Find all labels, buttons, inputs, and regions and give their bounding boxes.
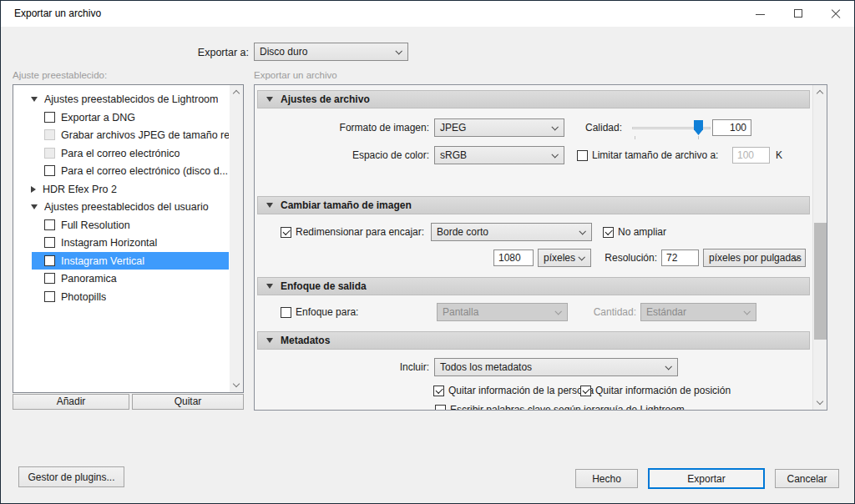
remove-preset-button[interactable]: Quitar <box>132 394 244 410</box>
write-keywords-checkbox[interactable] <box>435 405 446 411</box>
maximize-button[interactable] <box>779 1 817 27</box>
checkbox[interactable] <box>44 237 55 248</box>
sharpen-amount-label: Cantidad: <box>587 303 636 321</box>
preset-list-caption: Ajuste preestablecido: <box>13 70 107 80</box>
include-dropdown[interactable]: Todos los metadatos <box>434 358 678 376</box>
quality-input[interactable]: 100 <box>712 119 751 136</box>
preset-group-hdr-efex[interactable]: HDR Efex Pro 2 <box>13 180 229 198</box>
preset-item-burn-jpeg[interactable]: Grabar archivos JPEG de tamaño real <box>13 126 229 144</box>
settings-panel-scrollbar[interactable] <box>812 85 827 410</box>
section-header-output-sharpening[interactable]: Enfoque de salida <box>257 277 810 295</box>
checkbox[interactable] <box>44 255 55 266</box>
color-space-row: Espacio de color: sRGB Limitar tamaño de… <box>255 146 812 164</box>
expander-down-icon <box>266 338 273 343</box>
checkbox-disabled <box>44 129 55 140</box>
resize-label: Redimensionar para encajar: <box>296 226 424 238</box>
resolution-input[interactable]: 72 <box>661 249 699 266</box>
size-unit-dropdown[interactable]: píxeles <box>538 249 591 267</box>
remove-location-checkbox-group[interactable]: Quitar información de posición <box>580 384 731 397</box>
chevron-down-icon <box>551 123 558 130</box>
checkbox[interactable] <box>44 219 55 230</box>
size-input[interactable]: 1080 <box>493 249 534 266</box>
plugin-manager-button[interactable]: Gestor de plugins... <box>18 466 124 487</box>
scroll-down-icon[interactable] <box>232 381 239 387</box>
limit-size-checkbox-group[interactable]: Limitar tamaño de archivo a: <box>577 146 718 164</box>
section-header-image-sizing[interactable]: Cambiar tamaño de imagen <box>257 196 810 214</box>
sharpen-checkbox-group[interactable]: Enfoque para: <box>281 303 358 321</box>
quality-slider-thumb[interactable] <box>694 120 703 135</box>
preset-item-full-resolution[interactable]: Full Resolution <box>13 216 229 234</box>
resolution-label: Resolución: <box>589 249 657 267</box>
settings-panel-caption: Exportar un archivo <box>254 70 337 80</box>
scroll-up-icon[interactable] <box>816 90 822 97</box>
image-format-row: Formato de imagen: JPEG Calidad: 100 <box>255 118 812 137</box>
write-keywords-checkbox-group[interactable]: Escribir palabras clave según jerarquía … <box>435 403 685 411</box>
preset-list: Ajustes preestablecidos de Lightroom Exp… <box>13 84 244 393</box>
checkbox[interactable] <box>44 165 55 176</box>
section-header-file-settings[interactable]: Ajustes de archivo <box>257 90 810 108</box>
section-header-metadata[interactable]: Metadatos <box>257 331 810 350</box>
size-resolution-row: 1080 píxeles Resolución: 72 píxeles por … <box>255 249 812 267</box>
resize-checkbox-group[interactable]: Redimensionar para encajar: <box>281 223 424 241</box>
checkbox[interactable] <box>44 273 55 284</box>
remove-person-checkbox[interactable] <box>433 386 444 396</box>
color-space-dropdown[interactable]: sRGB <box>434 146 564 164</box>
done-button[interactable]: Hecho <box>575 469 638 488</box>
scroll-down-icon[interactable] <box>816 398 822 405</box>
preset-item-instagram-vertical[interactable]: Instagram Vertical <box>32 252 229 270</box>
preset-item-instagram-horizontal[interactable]: Instagram Horizontal <box>13 234 229 251</box>
limit-size-input[interactable]: 100 <box>732 147 770 164</box>
expander-down-icon <box>266 284 273 289</box>
expander-down-icon <box>266 97 273 102</box>
expander-down-icon <box>266 203 273 208</box>
preset-list-scrollbar[interactable] <box>230 85 243 392</box>
slider-tick <box>635 136 635 139</box>
export-to-dropdown[interactable]: Disco duro <box>254 43 408 61</box>
remove-person-checkbox-group[interactable]: Quitar información de la persona <box>433 384 594 397</box>
image-format-label: Formato de imagen: <box>255 118 429 137</box>
expander-right-icon[interactable] <box>31 186 36 193</box>
close-button[interactable] <box>817 1 854 27</box>
preset-item-photopills[interactable]: Photopills <box>13 288 229 305</box>
export-to-label: Exportar a: <box>124 47 249 58</box>
minimize-button[interactable] <box>741 1 779 27</box>
checkbox-disabled <box>44 148 55 159</box>
image-format-dropdown[interactable]: JPEG <box>434 118 564 137</box>
scrollbar-thumb[interactable] <box>814 223 827 340</box>
expander-down-icon[interactable] <box>31 204 38 209</box>
checkbox[interactable] <box>44 291 55 302</box>
preset-item-export-dng[interactable]: Exportar a DNG <box>13 108 229 126</box>
checkbox[interactable] <box>44 112 55 123</box>
add-preset-button[interactable]: Añadir <box>13 394 129 410</box>
preset-item-panoramica[interactable]: Panoramica <box>13 270 229 287</box>
export-settings-panel: Ajustes de archivo Formato de imagen: JP… <box>254 84 827 411</box>
titlebar: Exportar un archivo <box>1 1 854 27</box>
limit-size-checkbox[interactable] <box>577 150 588 161</box>
window-title: Exportar un archivo <box>14 8 101 19</box>
resize-checkbox[interactable] <box>281 227 291 238</box>
dont-enlarge-checkbox[interactable] <box>603 227 614 238</box>
sharpen-label: Enfoque para: <box>296 306 358 318</box>
sharpen-checkbox[interactable] <box>281 307 291 318</box>
scroll-up-icon[interactable] <box>232 90 239 97</box>
resize-mode-dropdown[interactable]: Borde corto <box>431 223 592 241</box>
chevron-down-icon <box>579 228 585 234</box>
sharpen-amount-dropdown: Estándar <box>640 303 756 321</box>
dont-enlarge-checkbox-group[interactable]: No ampliar <box>603 223 666 241</box>
resolution-unit-dropdown[interactable]: píxeles por pulgadas <box>703 249 806 267</box>
export-dialog: Exportar un archivo Exportar a: Disco du… <box>0 0 855 504</box>
cancel-button[interactable]: Cancelar <box>775 469 839 488</box>
remove-location-checkbox[interactable] <box>580 386 591 396</box>
chevron-down-icon <box>743 308 750 315</box>
remove-location-label: Quitar información de posición <box>595 385 731 396</box>
preset-item-for-email-disk[interactable]: Para el correo electrónico (disco d... <box>13 162 229 179</box>
preset-group-lightroom[interactable]: Ajustes preestablecidos de Lightroom <box>13 90 229 108</box>
slider-tick <box>698 136 699 139</box>
expander-down-icon[interactable] <box>31 97 38 102</box>
preset-group-user[interactable]: Ajustes preestablecidos del usuario <box>13 198 229 215</box>
minimize-icon <box>756 14 765 15</box>
preset-item-for-email[interactable]: Para el correo electrónico <box>13 144 229 162</box>
export-to-value: Disco duro <box>260 46 307 58</box>
include-label: Incluir: <box>255 358 429 376</box>
export-button[interactable]: Exportar <box>648 468 765 489</box>
